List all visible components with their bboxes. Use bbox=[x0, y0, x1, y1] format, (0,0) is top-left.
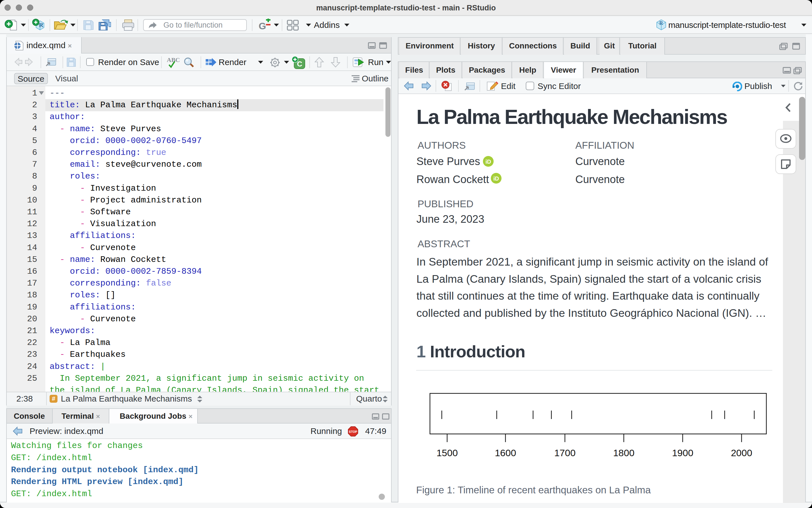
svg-text:1500: 1500 bbox=[437, 448, 458, 458]
svg-text:1600: 1600 bbox=[495, 448, 516, 458]
svg-text:1800: 1800 bbox=[613, 448, 635, 458]
svg-text:iD: iD bbox=[485, 159, 491, 165]
svg-text:STOP: STOP bbox=[349, 430, 357, 433]
svg-text:iD: iD bbox=[493, 175, 499, 182]
svg-text:G: G bbox=[259, 20, 266, 31]
svg-text:2000: 2000 bbox=[731, 448, 752, 458]
svg-text:R: R bbox=[39, 22, 44, 29]
svg-text:R: R bbox=[659, 20, 663, 26]
svg-text:1700: 1700 bbox=[554, 448, 576, 458]
svg-text:1900: 1900 bbox=[672, 448, 693, 458]
